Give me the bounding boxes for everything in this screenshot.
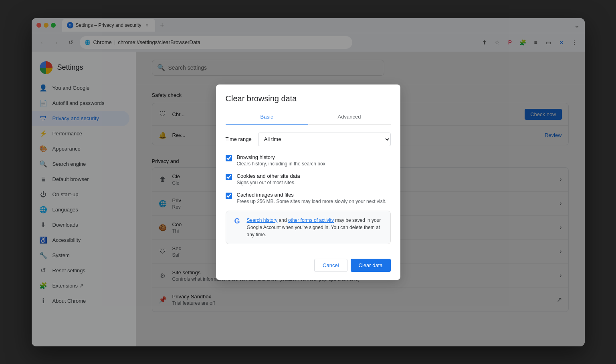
checkbox-browsing-history: Browsing history Clears history, includi… [226, 154, 391, 167]
dialog-tabs: Basic Advanced [226, 110, 391, 125]
browsing-history-desc: Clears history, including in the search … [237, 161, 325, 167]
search-history-link[interactable]: Search history [247, 217, 278, 223]
dialog-overlay[interactable]: Clear browsing data Basic Advanced Time … [0, 0, 616, 364]
checkbox-cached-labels: Cached images and files Frees up 256 MB.… [237, 192, 386, 204]
google-logo: G [232, 217, 242, 226]
dialog-header: Clear browsing data Basic Advanced [216, 84, 400, 125]
dialog-footer: Cancel Clear data [216, 252, 400, 280]
clear-browsing-data-dialog: Clear browsing data Basic Advanced Time … [216, 84, 400, 280]
browsing-history-label: Browsing history [237, 154, 325, 160]
checkbox-cookies: Cookies and other site data Signs you ou… [226, 173, 391, 185]
cached-desc: Frees up 256 MB. Some sites may load mor… [237, 199, 386, 204]
google-notice-text: Search history and other forms of activi… [247, 217, 384, 238]
checkbox-cached-wrapper [226, 193, 232, 201]
tab-basic[interactable]: Basic [226, 110, 308, 125]
time-range-label: Time range [226, 136, 252, 142]
other-activity-link[interactable]: other forms of activity [288, 217, 334, 223]
dialog-title: Clear browsing data [226, 94, 391, 103]
google-g-letter: G [234, 217, 240, 225]
cookies-label: Cookies and other site data [237, 173, 300, 179]
time-range-row: Time range Last hour Last 24 hours Last … [226, 133, 391, 146]
cookies-desc: Signs you out of most sites. [237, 180, 300, 185]
checkbox-cached-input[interactable] [226, 193, 232, 199]
checkbox-cached: Cached images and files Frees up 256 MB.… [226, 192, 391, 204]
google-notice: G Search history and other forms of acti… [226, 211, 391, 244]
checkbox-browsing-history-input[interactable] [226, 155, 232, 161]
checkbox-browsing-history-wrapper [226, 155, 232, 163]
checkbox-cookies-labels: Cookies and other site data Signs you ou… [237, 173, 300, 185]
checkbox-cookies-input[interactable] [226, 174, 232, 180]
time-range-select[interactable]: Last hour Last 24 hours Last 7 days Last… [258, 133, 391, 146]
cached-label: Cached images and files [237, 192, 386, 198]
checkbox-cookies-wrapper [226, 174, 232, 182]
cancel-button[interactable]: Cancel [314, 259, 347, 272]
checkbox-browsing-history-labels: Browsing history Clears history, includi… [237, 154, 325, 167]
dialog-body: Time range Last hour Last 24 hours Last … [216, 125, 400, 252]
google-notice-text1: and [279, 217, 288, 223]
clear-data-button[interactable]: Clear data [351, 259, 391, 272]
tab-advanced[interactable]: Advanced [308, 110, 391, 125]
